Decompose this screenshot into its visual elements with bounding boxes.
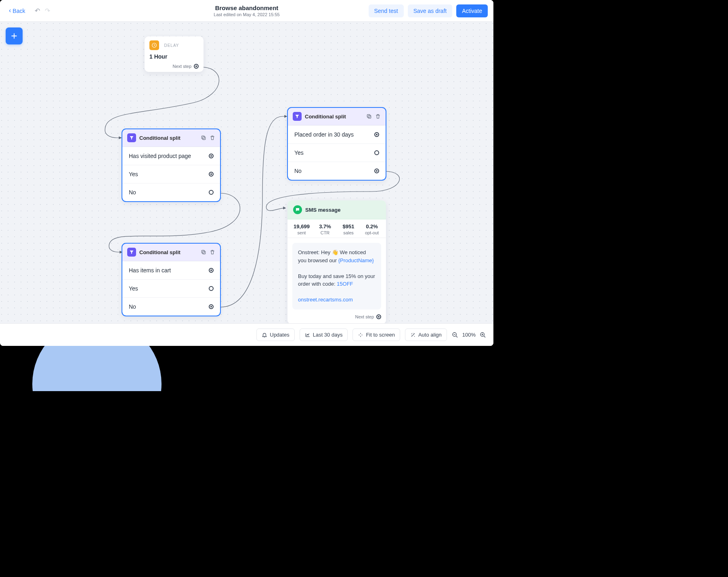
delay-node[interactable]: DELAY 1 Hour Next step [145, 36, 204, 72]
send-test-button[interactable]: Send test [369, 4, 404, 17]
merge-tag: {ProductName} [338, 257, 374, 263]
node-header: SMS message [287, 200, 386, 219]
undo-button[interactable]: ↶ [35, 7, 40, 15]
connector-handle[interactable] [209, 304, 214, 309]
save-draft-button[interactable]: Save as draft [408, 4, 453, 17]
zoom-out-button[interactable] [452, 332, 458, 338]
connector-lines [0, 22, 493, 323]
promo-code: 15OFF [337, 281, 353, 287]
condition-yes-row[interactable]: Yes [122, 165, 220, 183]
connector-handle[interactable] [209, 154, 214, 158]
conditional-node-items-in-cart[interactable]: Conditional split Has items in cart Yes [122, 243, 220, 316]
stat-optout: 0.2% opt-out [360, 223, 384, 235]
svg-rect-5 [368, 116, 371, 118]
wave-emoji: 👋 [332, 249, 338, 255]
zoom-control: 100% [452, 332, 486, 338]
condition-question: Has items in cart [129, 267, 171, 274]
conditional-node-placed-order[interactable]: Conditional split Placed order in 30 day… [287, 107, 386, 180]
delay-type-label: DELAY [164, 43, 179, 48]
condition-question-row[interactable]: Has visited product page [122, 147, 220, 165]
fit-screen-button[interactable]: Fit to screen [352, 329, 400, 341]
node-header: Conditional split [288, 108, 386, 125]
condition-no-row[interactable]: No [288, 162, 386, 180]
expand-icon [358, 332, 363, 338]
condition-question-row[interactable]: Placed order in 30 days [288, 125, 386, 143]
connector-handle[interactable] [209, 172, 214, 177]
wand-icon [410, 332, 416, 338]
funnel-icon [293, 112, 302, 121]
zoom-in-button[interactable] [480, 332, 486, 338]
zoom-level: 100% [462, 332, 476, 338]
tracking-link: onstreet.recartsms.com [298, 297, 353, 303]
funnel-icon [127, 248, 136, 257]
condition-no-row[interactable]: No [122, 297, 220, 316]
connector-handle[interactable] [209, 268, 214, 273]
connector-handle[interactable] [194, 64, 199, 69]
chart-icon [305, 332, 311, 338]
activate-button[interactable]: Activate [456, 4, 488, 17]
duplicate-icon[interactable] [366, 114, 372, 119]
next-step-label: Next step [355, 314, 374, 319]
svg-rect-1 [203, 137, 206, 140]
bottom-toolbar: Updates Last 30 days Fit to screen Auto … [0, 323, 493, 346]
svg-rect-4 [201, 250, 204, 253]
delete-icon[interactable] [210, 249, 215, 255]
chat-icon [293, 205, 302, 214]
delete-icon[interactable] [375, 114, 381, 119]
back-button[interactable]: ‹ Back [6, 5, 28, 17]
connector-handle[interactable] [374, 168, 379, 173]
duplicate-icon[interactable] [201, 135, 206, 141]
condition-question-row[interactable]: Has items in cart [122, 261, 220, 279]
node-header: Conditional split [122, 129, 220, 147]
connector-handle[interactable] [376, 314, 381, 319]
delay-value: 1 Hour [149, 53, 199, 60]
clock-icon [149, 40, 159, 50]
option-label: No [129, 189, 136, 196]
option-label: Yes [129, 171, 138, 177]
message-preview: Onstreet: Hey 👋 We noticed you browsed o… [292, 243, 381, 310]
updates-button[interactable]: Updates [256, 329, 294, 341]
stat-sent: 19,699 sent [290, 223, 313, 235]
sms-message-node[interactable]: SMS message 19,699 sent 3.7% CTR $951 sa… [287, 200, 386, 323]
node-title: SMS message [305, 207, 340, 213]
delete-icon[interactable] [210, 135, 215, 141]
bell-icon [262, 332, 267, 338]
connector-handle[interactable] [374, 150, 379, 155]
option-label: No [129, 303, 136, 310]
header-bar: ‹ Back ↶ ↷ Browse abandonment Last edite… [0, 0, 493, 22]
add-node-button[interactable] [6, 27, 23, 44]
workflow-canvas[interactable]: DELAY 1 Hour Next step Conditional split [0, 22, 493, 323]
condition-no-row[interactable]: No [122, 183, 220, 201]
option-label: No [294, 168, 302, 174]
condition-yes-row[interactable]: Yes [122, 279, 220, 297]
option-label: Yes [294, 150, 304, 156]
next-step-label: Next step [173, 64, 191, 69]
condition-question: Placed order in 30 days [294, 131, 354, 138]
node-title: Conditional split [139, 249, 197, 255]
node-title: Conditional split [305, 114, 363, 120]
duplicate-icon[interactable] [201, 249, 206, 255]
connector-handle[interactable] [374, 132, 379, 137]
stat-ctr: 3.7% CTR [313, 223, 337, 235]
redo-button[interactable]: ↷ [45, 7, 50, 15]
condition-yes-row[interactable]: Yes [288, 143, 386, 162]
stat-sales: $951 sales [337, 223, 360, 235]
connector-handle[interactable] [209, 190, 214, 195]
chevron-left-icon: ‹ [9, 7, 11, 14]
page-subtitle: Last edited on May 4, 2022 15:55 [214, 12, 279, 17]
back-label: Back [13, 8, 25, 14]
node-header: Conditional split [122, 244, 220, 261]
funnel-icon [127, 133, 136, 142]
connector-handle[interactable] [209, 286, 214, 291]
page-title: Browse abandonment [214, 4, 279, 11]
condition-question: Has visited product page [129, 153, 191, 159]
stats-row: 19,699 sent 3.7% CTR $951 sales 0.2% opt… [287, 219, 386, 238]
conditional-node-visited-product[interactable]: Conditional split Has visited product pa… [122, 129, 220, 202]
app-window: ‹ Back ↶ ↷ Browse abandonment Last edite… [0, 0, 493, 346]
auto-align-button[interactable]: Auto align [405, 329, 447, 341]
date-range-button[interactable]: Last 30 days [300, 329, 348, 341]
option-label: Yes [129, 285, 138, 292]
svg-rect-6 [367, 114, 370, 117]
node-title: Conditional split [139, 135, 197, 141]
svg-rect-2 [201, 136, 204, 139]
